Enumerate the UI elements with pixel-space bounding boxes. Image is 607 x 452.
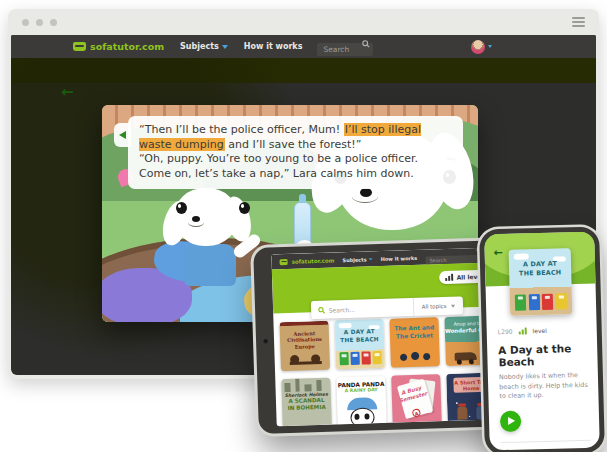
- tablet-camera: [263, 338, 268, 343]
- puppy-child-illustration: [164, 180, 264, 292]
- book-search-input[interactable]: [329, 304, 399, 313]
- navbar-search: [317, 37, 373, 56]
- level-chart-icon: [518, 327, 526, 334]
- nav-subjects[interactable]: Subjects: [180, 42, 228, 51]
- level-chart-icon: [445, 274, 453, 281]
- similar-books-heading: Similar Books: [501, 449, 591, 451]
- sofatutor-logo[interactable]: sofatutor.com: [279, 257, 334, 265]
- cover-art: [281, 378, 330, 393]
- divider: [501, 440, 591, 443]
- book-cover-scandal-in-bohemia[interactable]: Sherlock Holmes A SCANDALIN BOHEMIA: [281, 378, 332, 427]
- site-navbar: sofatutor.com Subjects How it works: [11, 35, 596, 58]
- nav-how-it-works[interactable]: How it works: [381, 254, 418, 261]
- story-paragraph: “Oh, puppy. You’re too young to be a pol…: [139, 152, 452, 181]
- window-control-dot[interactable]: [22, 19, 29, 26]
- cover-art: [288, 354, 323, 367]
- level-meta: L290 level: [498, 326, 588, 335]
- chevron-down-icon: [451, 304, 455, 307]
- couch-icon: [279, 258, 287, 264]
- book-cover-a-day-at-the-beach[interactable]: A DAY ATTHE BEACH: [509, 248, 573, 316]
- search-icon[interactable]: [362, 40, 370, 48]
- nav-subjects[interactable]: Subjects: [342, 256, 372, 263]
- play-back-icon: [119, 131, 126, 139]
- cover-art: [457, 406, 467, 419]
- book-cover-panda-panda[interactable]: PANDA PANDA A RAINY DAY: [336, 376, 387, 426]
- phone-screen: ← A DAY ATTHE BEACH L290 level A Day at …: [484, 232, 600, 451]
- account-menu[interactable]: [471, 40, 492, 54]
- cover-art: [514, 253, 529, 259]
- cover-art: [339, 323, 352, 328]
- book-detail-body: L290 level A Day at the Beach Nobody lik…: [498, 326, 592, 451]
- hero-banner: All levels All topics: [272, 262, 500, 313]
- tablet-mockup: sofatutor.com Subjects How it works All …: [253, 240, 511, 434]
- window-controls[interactable]: [22, 19, 57, 26]
- sofatutor-logo[interactable]: sofatutor.com: [73, 41, 164, 52]
- level-label: level: [532, 327, 546, 334]
- chevron-down-icon: [488, 45, 492, 48]
- couch-icon: [73, 42, 86, 51]
- nav-how-it-works[interactable]: How it works: [244, 42, 303, 51]
- all-topics-dropdown[interactable]: All topics: [412, 296, 463, 316]
- play-icon: [508, 417, 515, 425]
- lexile-code: L290: [498, 328, 513, 335]
- panda-art: [350, 407, 375, 426]
- book-cover-a-busy-semester[interactable]: A BusySemester A: [391, 374, 442, 425]
- search-icon: [318, 306, 325, 313]
- chevron-down-icon: [222, 45, 228, 49]
- story-paragraph: “Then I’ll be the police officer, Mum! I…: [139, 123, 452, 152]
- cover-art: [455, 352, 477, 361]
- tablet-screen: sofatutor.com Subjects How it works All …: [271, 247, 503, 426]
- browser-menu-icon[interactable]: [572, 17, 585, 27]
- avatar[interactable]: [471, 40, 485, 54]
- phone-mockup: ← A DAY ATTHE BEACH L290 level A Day at …: [479, 226, 605, 452]
- book-cover-the-ant-and-the-cricket[interactable]: The Ant andThe Cricket: [389, 317, 440, 368]
- cover-art: [398, 351, 431, 362]
- browser-chrome: [8, 9, 599, 35]
- window-control-dot[interactable]: [50, 19, 57, 26]
- window-control-dot[interactable]: [36, 19, 43, 26]
- book-description: Nobody likes it when the beach is dirty.…: [499, 371, 590, 402]
- play-button[interactable]: [500, 410, 522, 432]
- book-cover-a-day-at-the-beach[interactable]: A DAY ATTHE BEACH: [334, 319, 385, 370]
- chevron-down-icon: [369, 258, 373, 260]
- back-arrow-icon[interactable]: ←: [494, 246, 504, 259]
- book-title: A Day at the Beach: [498, 342, 589, 368]
- book-cover-ancient-civilisations[interactable]: AncientCivilisationsEurope: [279, 321, 330, 372]
- cover-art: [510, 293, 572, 311]
- story-text-box: “Then I’ll be the police officer, Mum! I…: [128, 116, 463, 189]
- back-arrow-icon[interactable]: ←: [61, 83, 74, 101]
- cover-art: [335, 351, 384, 366]
- book-grid: AncientCivilisationsEurope A DAY ATTHE B…: [273, 306, 503, 426]
- logo-text: sofatutor.com: [90, 41, 164, 52]
- read-aloud-button[interactable]: [114, 123, 131, 147]
